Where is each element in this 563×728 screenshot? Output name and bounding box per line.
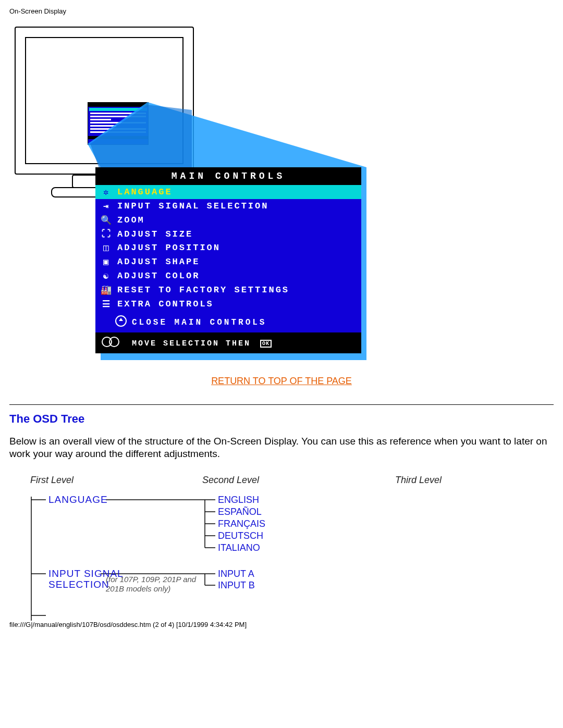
ok-badge: OK [260,340,272,348]
osd-footer: MOVE SELECTION THEN OK [95,332,361,353]
globe-icon: ✲ [100,187,112,198]
osd-item-adjust-color[interactable]: ☯ ADJUST COLOR [95,269,361,283]
section-heading: The OSD Tree [9,412,554,426]
osd-item-zoom[interactable]: 🔍 ZOOM [95,213,361,227]
osd-item-label: ADJUST SIZE [117,229,193,239]
mini-osd [88,102,149,145]
tree-node-language: LANGUAGE [48,494,108,505]
tree-node-espanol: ESPAÑOL [218,507,262,517]
osd-item-language[interactable]: ✲ LANGUAGE [95,185,361,199]
input-icon: ⇥ [100,201,112,212]
osd-item-label: ADJUST COLOR [117,271,200,281]
osd-item-label: RESET TO FACTORY SETTINGS [117,285,289,295]
tree-node-english: ENGLISH [218,495,259,505]
divider [9,404,554,405]
osd-title: MAIN CONTROLS [95,167,361,185]
osd-item-label: ADJUST POSITION [117,243,221,253]
color-icon: ☯ [100,270,112,281]
tree-node-italiano: ITALIANO [218,542,260,553]
tree-node-deutsch: DEUTSCH [218,530,263,541]
tree-note-line1: (for 107P, 109P, 201P and [106,575,196,584]
osd-item-input-signal[interactable]: ⇥ INPUT SIGNAL SELECTION [95,199,361,213]
section-body: Below is an overall view of the structur… [9,435,554,460]
return-to-top-link[interactable]: RETURN TO TOP OF THE PAGE [211,376,352,386]
knob-icon [115,315,127,327]
size-icon: ⛶ [100,229,112,239]
zoom-icon: 🔍 [100,215,112,226]
osd-item-label: INPUT SIGNAL SELECTION [117,201,268,211]
osd-tree-diagram: First Level Second Level Third Level LAN… [9,475,531,621]
dial-up-icon [109,337,119,347]
osd-item-adjust-size[interactable]: ⛶ ADJUST SIZE [95,227,361,241]
tree-node-input-a: INPUT A [218,569,254,579]
osd-item-extra[interactable]: ☰ EXTRA CONTROLS [95,297,361,311]
osd-item-adjust-shape[interactable]: ▣ ADJUST SHAPE [95,255,361,269]
footer-path: file:///G|/manual/english/107B/osd/osdde… [9,621,554,628]
osd-item-label: ADJUST SHAPE [117,257,200,267]
osd-illustration: MAIN CONTROLS ✲ LANGUAGE ⇥ INPUT SIGNAL … [9,27,374,360]
osd-item-label: ZOOM [117,215,145,225]
osd-item-label: LANGUAGE [117,187,173,197]
page-header: On-Screen Display [9,7,554,15]
extra-icon: ☰ [100,299,112,310]
shape-icon: ▣ [100,256,112,267]
osd-close[interactable]: CLOSE MAIN CONTROLS [95,311,361,332]
factory-icon: 🏭 [100,285,112,295]
tree-node-input-b: INPUT B [218,580,255,591]
position-icon: ◫ [100,242,112,253]
tree-node-input-signal-l2: SELECTION [48,579,109,590]
osd-panel: MAIN CONTROLS ✲ LANGUAGE ⇥ INPUT SIGNAL … [95,167,361,353]
osd-item-label: EXTRA CONTROLS [117,299,214,309]
tree-note-line2: 201B models only) [106,584,170,593]
tree-node-francais: FRANÇAIS [218,519,265,529]
osd-item-adjust-position[interactable]: ◫ ADJUST POSITION [95,241,361,255]
osd-item-reset[interactable]: 🏭 RESET TO FACTORY SETTINGS [95,283,361,297]
